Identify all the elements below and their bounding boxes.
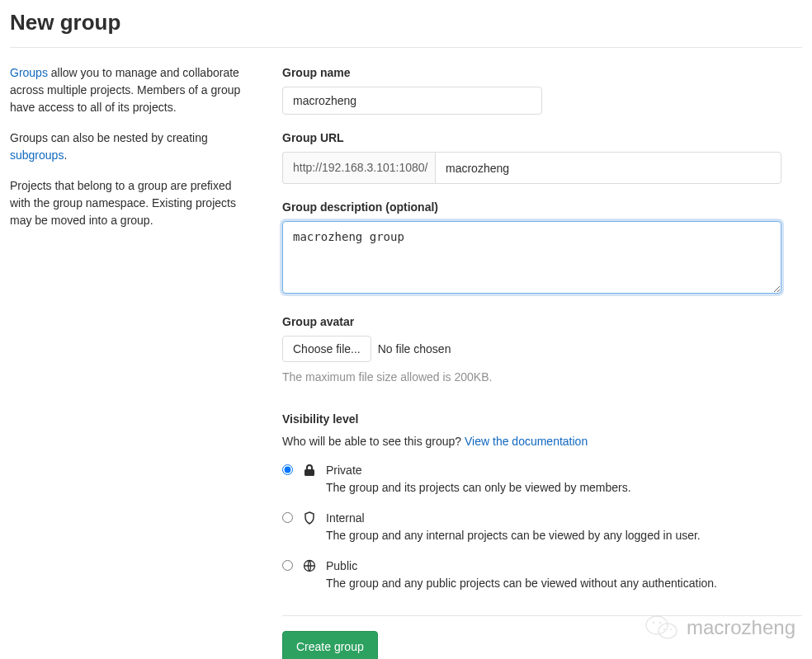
visibility-internal-desc: The group and any internal projects can … [326,527,802,544]
info-text: Groups can also be nested by creating [10,131,208,144]
shield-icon [303,511,316,525]
info-text: Projects that belong to a group are pref… [10,177,249,229]
create-group-button[interactable]: Create group [282,631,378,659]
file-size-hint: The maximum file size allowed is 200KB. [282,369,802,386]
info-sidebar: Groups allow you to manage and collabora… [10,64,249,659]
visibility-label: Visibility level [282,411,802,428]
lock-icon [303,464,316,477]
groups-link[interactable]: Groups [10,66,48,79]
group-url-input[interactable] [435,152,781,184]
group-name-label: Group name [282,64,802,82]
visibility-radio-internal[interactable] [282,512,293,523]
group-description-label: Group description (optional) [282,199,802,216]
group-name-input[interactable] [282,87,542,115]
globe-icon [303,559,316,572]
group-url-label: Group URL [282,129,802,147]
group-description-textarea[interactable]: macrozheng group [282,221,781,294]
divider [10,47,802,48]
choose-file-button[interactable]: Choose file... [282,336,371,362]
visibility-internal-title: Internal [326,510,802,527]
visibility-private-title: Private [326,462,802,479]
page-title: New group [10,7,802,39]
group-avatar-label: Group avatar [282,313,802,331]
visibility-docs-link[interactable]: View the documentation [465,435,588,448]
group-url-prefix: http://192.168.3.101:1080/ [282,152,435,184]
file-chosen-status: No file chosen [378,341,451,358]
visibility-radio-public[interactable] [282,560,293,571]
visibility-radio-private[interactable] [282,464,293,475]
visibility-private-desc: The group and its projects can only be v… [326,479,802,497]
visibility-public-desc: The group and any public projects can be… [326,575,802,592]
visibility-public-title: Public [326,558,802,575]
visibility-help-text: Who will be able to see this group? [282,435,465,448]
subgroups-link[interactable]: subgroups [10,148,64,162]
